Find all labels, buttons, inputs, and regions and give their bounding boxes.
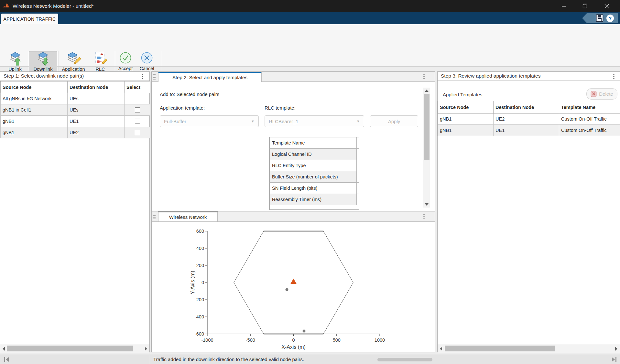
row-select-checkbox[interactable] — [135, 96, 140, 101]
scrollbar-thumb[interactable] — [424, 94, 430, 160]
template-property-row[interactable]: Reassembly Timer (ms) — [270, 194, 359, 205]
statusbar: Traffic added in the downlink direction … — [0, 355, 620, 364]
step1-panel-header: Step 1: Select downlink node pair(s) — [0, 72, 149, 81]
rlc-template-label: RLC template: — [265, 105, 296, 111]
step2-menu-button[interactable] — [421, 74, 427, 80]
kebab-icon — [423, 74, 425, 79]
scroll-down-arrow[interactable] — [425, 203, 429, 206]
help-icon[interactable]: ? — [606, 15, 614, 22]
scrollbar-thumb[interactable] — [445, 346, 555, 351]
skip-to-end-icon[interactable] — [611, 357, 617, 362]
property-value — [356, 160, 359, 171]
col-destination-node: Destination Node — [494, 101, 559, 113]
minimize-icon — [561, 4, 566, 8]
y-tick-label: 400 — [196, 246, 204, 251]
close-button[interactable] — [599, 0, 614, 12]
row-select-checkbox[interactable] — [135, 107, 140, 112]
cell: UEs — [68, 104, 125, 116]
applied-templates-row: Applied Templates Delete — [438, 81, 620, 101]
ribbon-toolbar: Uplink Application Downlink Application — [0, 24, 620, 67]
accept-icon — [119, 51, 132, 66]
scrollbar-thumb[interactable] — [7, 346, 133, 351]
node-pair-row[interactable]: gNB1UE2 — [1, 127, 150, 138]
downlink-application-icon — [36, 51, 50, 66]
template-property-row[interactable]: RLC Entity Type — [270, 160, 359, 171]
col-source-node: Source Node — [438, 101, 494, 113]
tab-wireless-network[interactable]: Wireless Network — [158, 211, 218, 221]
scroll-up-arrow[interactable] — [425, 90, 429, 92]
applied-template-row[interactable]: gNB1UE2Custom On-Off Traffic — [438, 113, 620, 125]
y-tick-label: -400 — [195, 314, 204, 319]
applied-template-row[interactable]: gNB1UE1Custom On-Off Traffic — [438, 125, 620, 136]
application-template-select[interactable]: Full-Buffer ▼ — [160, 115, 259, 127]
node-pair-row[interactable]: gNB1 in Cell1UEs — [1, 104, 150, 116]
table-header-row: Source Node Destination Node Select — [1, 81, 150, 93]
partial-row — [270, 205, 359, 209]
wireless-menu-button[interactable] — [421, 213, 427, 219]
application-templates-icon — [66, 51, 81, 66]
template-property-row[interactable]: Logical Channel ID — [270, 149, 359, 160]
restore-button[interactable] — [577, 0, 592, 12]
skip-to-start-icon[interactable] — [3, 357, 10, 362]
chevron-down-icon: ▼ — [356, 119, 360, 123]
scroll-right-arrow[interactable] — [615, 347, 617, 351]
kebab-icon — [423, 214, 425, 219]
close-icon — [604, 4, 609, 8]
chevron-down-icon: ▼ — [251, 119, 255, 123]
property-value — [356, 171, 359, 182]
y-tick-label: -600 — [195, 331, 204, 337]
application-template-label: Application template: — [160, 105, 205, 111]
col-destination-node: Destination Node — [68, 81, 125, 93]
step1-menu-button[interactable] — [140, 74, 145, 80]
apply-button[interactable]: Apply — [370, 115, 418, 127]
ue-marker — [303, 329, 306, 332]
step2-vertical-scrollbar[interactable] — [423, 88, 430, 208]
property-value — [356, 137, 359, 148]
row-select-checkbox[interactable] — [135, 130, 140, 135]
tab-application-traffic[interactable]: APPLICATION TRAFFIC — [1, 14, 58, 24]
tab-step2[interactable]: Step 2: Select and apply templates — [158, 72, 262, 82]
quick-access-toolbar: ? — [582, 13, 618, 23]
rlc-template-select[interactable]: RLCBearer_1 ▼ — [265, 115, 364, 127]
step3-menu-button[interactable] — [611, 74, 616, 80]
x-tick-label: -1000 — [201, 337, 213, 343]
drag-grip-icon[interactable] — [153, 74, 156, 81]
minimize-button[interactable] — [556, 0, 571, 12]
rlc-templates-icon — [93, 51, 108, 66]
delete-icon — [591, 91, 597, 97]
drag-grip-icon[interactable] — [153, 214, 156, 221]
step2-section: Step 2: Select and apply templates Add t… — [152, 72, 435, 211]
row-select-checkbox[interactable] — [135, 119, 140, 124]
property-name: Template Name — [270, 137, 356, 148]
delete-button[interactable]: Delete — [586, 88, 617, 100]
status-scrollbar-thumb[interactable] — [377, 358, 432, 361]
delete-label: Delete — [599, 91, 613, 97]
scroll-left-arrow[interactable] — [440, 347, 442, 351]
save-icon[interactable] — [596, 14, 604, 22]
step1-horizontal-scrollbar[interactable] — [0, 344, 149, 353]
wireless-tabstrip: Wireless Network — [152, 211, 435, 222]
col-source-node: Source Node — [1, 81, 68, 93]
node-pairs-table: Source Node Destination Node Select All … — [0, 81, 150, 138]
window-title: Wireless Network Modeler - untitled* — [13, 3, 94, 9]
property-name: Buffer Size (number of packets) — [270, 171, 356, 182]
template-property-row[interactable]: Buffer Size (number of packets) — [270, 171, 359, 183]
scroll-left-arrow[interactable] — [3, 347, 5, 351]
status-message: Traffic added in the downlink direction … — [153, 357, 304, 362]
status-divider — [435, 355, 435, 364]
status-divider — [150, 355, 150, 364]
property-name: SN Field Length (bits) — [270, 183, 356, 194]
node-pair-row[interactable]: gNB1UE1 — [1, 116, 150, 127]
panel-step3: Step 3: Review applied application templ… — [437, 71, 620, 352]
node-pair-row[interactable]: All gNBs in 5G NetworkUEs — [1, 93, 150, 104]
rlc-template-value: RLCBearer_1 — [269, 119, 299, 124]
cell: gNB1 — [1, 127, 68, 138]
step3-horizontal-scrollbar[interactable] — [438, 344, 620, 353]
applied-templates-label: Applied Templates — [443, 92, 482, 97]
template-property-row[interactable]: SN Field Length (bits) — [270, 183, 359, 194]
scroll-right-arrow[interactable] — [145, 347, 147, 351]
y-tick-label: 0 — [201, 280, 204, 285]
template-property-row[interactable]: Template Name — [270, 137, 359, 149]
property-value — [356, 194, 359, 205]
cell: All gNBs in 5G Network — [1, 93, 68, 104]
